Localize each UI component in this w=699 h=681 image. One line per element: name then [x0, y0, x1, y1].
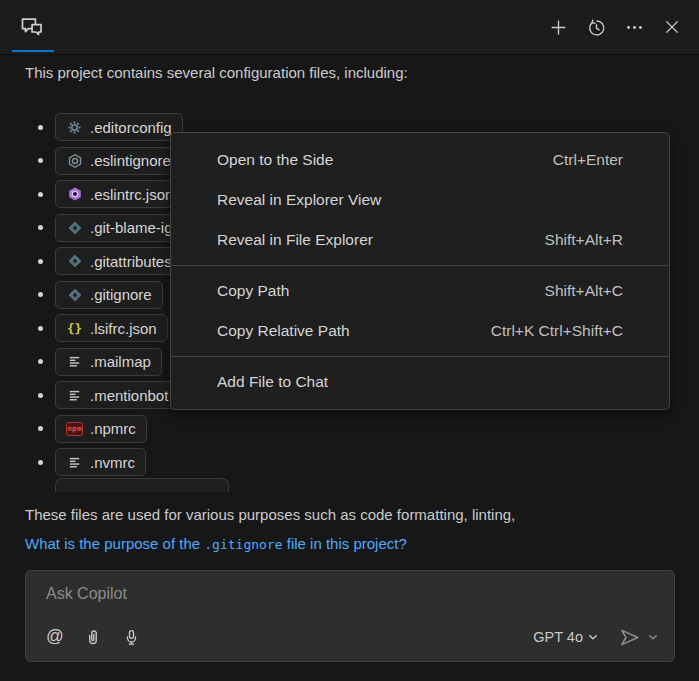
context-menu: Open to the Side Ctrl+Enter Reveal in Ex… [170, 132, 670, 410]
text-file-icon [66, 454, 83, 471]
mention-context-button[interactable]: @ [40, 623, 70, 651]
history-button[interactable] [583, 14, 609, 40]
bullet-dot [25, 192, 55, 197]
shortcut-label: Shift+Alt+R [545, 231, 623, 249]
file-chip-label: .lsifrc.json [90, 320, 157, 337]
file-chip-lsifrc-json[interactable]: {} .lsifrc.json [55, 314, 168, 342]
ellipsis-icon [625, 18, 644, 37]
chevron-down-icon [588, 633, 598, 641]
new-chat-button[interactable] [545, 14, 571, 40]
file-chip-label: .editorconfig [90, 119, 172, 136]
assistant-message-intro: This project contains several configurat… [25, 62, 685, 84]
bullet-dot [25, 158, 55, 163]
git-file-icon [66, 219, 83, 236]
bullet-dot [25, 292, 55, 297]
close-button[interactable] [659, 14, 685, 40]
file-chip-label: .eslintrc.json [90, 186, 173, 203]
file-chip-eslintrc-json[interactable]: .eslintrc.json [55, 180, 184, 208]
panel-titlebar [0, 0, 699, 55]
send-icon [618, 626, 641, 649]
menu-item-open-to-side[interactable]: Open to the Side Ctrl+Enter [171, 140, 669, 180]
menu-separator [171, 265, 669, 266]
text-file-icon [66, 387, 83, 404]
list-item: npm .npmrc [25, 415, 214, 443]
assistant-message-outro: These files are used for various purpose… [25, 504, 685, 526]
plus-icon [549, 18, 568, 37]
json-icon: {} [66, 320, 83, 337]
shortcut-label: Ctrl+K Ctrl+Shift+C [491, 322, 623, 340]
send-button-group [618, 626, 658, 649]
file-chip-mailmap[interactable]: .mailmap [55, 348, 162, 376]
bullet-dot [25, 393, 55, 398]
chat-input[interactable]: Ask Copilot @ GPT 4o [25, 570, 675, 662]
file-chip-label: .eslintignore [90, 152, 171, 169]
file-chip-mentionbot[interactable]: .mentionbot [55, 381, 179, 409]
copilot-chat-icon [18, 14, 45, 41]
model-picker-label: GPT 4o [533, 629, 583, 645]
bullet-dot [25, 225, 55, 230]
close-icon [663, 18, 681, 36]
eslint-purple-icon [66, 186, 83, 203]
paperclip-icon [84, 628, 102, 646]
at-icon: @ [46, 628, 64, 646]
shortcut-label: Ctrl+Enter [553, 151, 623, 169]
menu-item-copy-relative-path[interactable]: Copy Relative Path Ctrl+K Ctrl+Shift+C [171, 311, 669, 351]
bullet-dot [25, 460, 55, 465]
file-chip-nvmrc[interactable]: .nvmrc [55, 448, 146, 476]
chat-input-placeholder: Ask Copilot [46, 585, 127, 603]
text-file-icon [66, 353, 83, 370]
file-chip-label: .gitignore [90, 286, 152, 303]
bullet-dot [25, 326, 55, 331]
menu-item-add-file-to-chat[interactable]: Add File to Chat [171, 362, 669, 402]
titlebar-actions [545, 14, 685, 40]
chat-input-toolbar: @ GPT 4o [40, 622, 658, 652]
more-actions-button[interactable] [621, 14, 647, 40]
file-chip-label: .npmrc [90, 420, 136, 437]
shortcut-label: Shift+Alt+C [545, 282, 623, 300]
file-chip-npmrc[interactable]: npm .npmrc [55, 415, 147, 443]
menu-item-copy-path[interactable]: Copy Path Shift+Alt+C [171, 271, 669, 311]
microphone-icon [123, 629, 140, 646]
npm-icon: npm [66, 420, 83, 437]
file-chip-gitignore[interactable]: .gitignore [55, 281, 163, 309]
file-chip-partial [55, 478, 229, 492]
send-button[interactable] [618, 626, 641, 649]
voice-input-button[interactable] [116, 623, 146, 651]
file-chip-label: .mailmap [90, 353, 151, 370]
git-file-icon [66, 286, 83, 303]
followup-suggestion-link[interactable]: What is the purpose of the .gitignore fi… [25, 535, 407, 552]
bullet-dot [25, 259, 55, 264]
inline-code-gitignore: .gitignore [204, 537, 282, 552]
menu-item-reveal-in-file-explorer[interactable]: Reveal in File Explorer Shift+Alt+R [171, 220, 669, 260]
model-picker[interactable]: GPT 4o [533, 629, 598, 645]
file-chip-label: .nvmrc [90, 454, 135, 471]
send-options-button[interactable] [648, 633, 658, 641]
tab-copilot-chat[interactable] [14, 0, 49, 54]
git-file-icon [66, 253, 83, 270]
file-chip-label: .mentionbot [90, 387, 168, 404]
attach-file-button[interactable] [78, 623, 108, 651]
eslint-gray-icon [66, 152, 83, 169]
bullet-dot [25, 426, 55, 431]
menu-separator [171, 356, 669, 357]
chevron-down-icon [648, 633, 658, 641]
file-chip-eslintignore[interactable]: .eslintignore [55, 147, 182, 175]
file-chip-editorconfig[interactable]: .editorconfig [55, 113, 183, 141]
bullet-dot [25, 125, 55, 130]
file-chip-gitattributes[interactable]: .gitattributes [55, 247, 183, 275]
active-tab-indicator [12, 50, 54, 53]
file-chip-label: .gitattributes [90, 253, 172, 270]
history-icon [587, 18, 606, 37]
bullet-dot [25, 359, 55, 364]
menu-item-reveal-in-explorer-view[interactable]: Reveal in Explorer View [171, 180, 669, 220]
list-item: .nvmrc [25, 448, 214, 476]
gear-icon [66, 119, 83, 136]
